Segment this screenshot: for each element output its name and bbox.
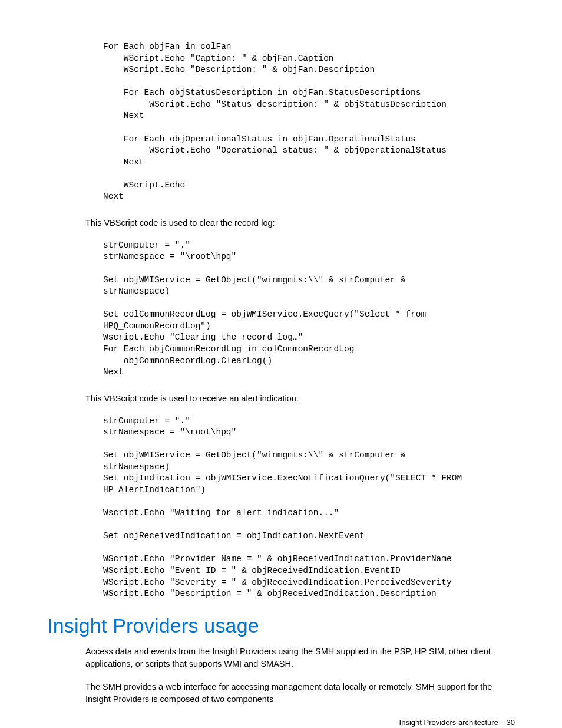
code-block-fan-loop: For Each objFan in colFan WScript.Echo "… (103, 41, 515, 203)
paragraph-alert-intro: This VBScript code is used to receive an… (85, 393, 515, 405)
document-page: For Each objFan in colFan WScript.Echo "… (0, 0, 562, 728)
footer-page-number: 30 (507, 718, 515, 727)
footer-title: Insight Providers architecture (399, 718, 498, 727)
code-block-alert-indication: strComputer = "." strNamespace = "\root\… (103, 416, 515, 600)
page-footer: Insight Providers architecture 30 (399, 718, 515, 727)
paragraph-clear-log-intro: This VBScript code is used to clear the … (85, 217, 515, 229)
section-heading-insight-providers-usage: Insight Providers usage (47, 614, 515, 637)
paragraph-usage-1: Access data and events from the Insight … (85, 645, 515, 670)
code-block-clear-log: strComputer = "." strNamespace = "\root\… (103, 240, 515, 378)
paragraph-usage-2: The SMH provides a web interface for acc… (85, 681, 515, 706)
